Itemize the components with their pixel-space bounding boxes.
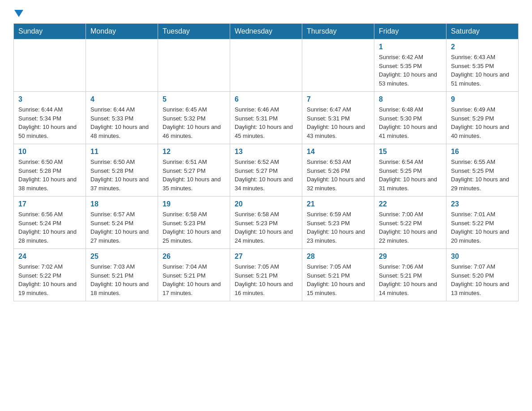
day-info: Sunrise: 6:50 AMSunset: 5:28 PMDaylight:…: [18, 158, 81, 193]
day-number: 1: [379, 43, 442, 51]
calendar-cell: 21Sunrise: 6:59 AMSunset: 5:23 PMDayligh…: [302, 197, 374, 249]
calendar-cell: 13Sunrise: 6:52 AMSunset: 5:27 PMDayligh…: [230, 144, 302, 197]
calendar-cell: 27Sunrise: 7:05 AMSunset: 5:21 PMDayligh…: [230, 249, 302, 301]
day-number: 19: [163, 200, 225, 208]
day-number: 22: [379, 200, 442, 208]
header-saturday: Saturday: [446, 24, 519, 39]
day-number: 26: [163, 253, 225, 261]
day-info: Sunrise: 6:56 AMSunset: 5:24 PMDaylight:…: [18, 210, 81, 245]
calendar-cell: 20Sunrise: 6:58 AMSunset: 5:23 PMDayligh…: [230, 197, 302, 249]
calendar-cell: 16Sunrise: 6:55 AMSunset: 5:25 PMDayligh…: [446, 144, 519, 197]
day-info: Sunrise: 6:50 AMSunset: 5:28 PMDaylight:…: [90, 158, 153, 193]
day-info: Sunrise: 7:03 AMSunset: 5:21 PMDaylight:…: [90, 262, 153, 297]
day-info: Sunrise: 7:04 AMSunset: 5:21 PMDaylight:…: [163, 262, 225, 297]
day-info: Sunrise: 7:07 AMSunset: 5:20 PMDaylight:…: [451, 262, 514, 297]
day-info: Sunrise: 6:58 AMSunset: 5:23 PMDaylight:…: [163, 210, 225, 245]
day-info: Sunrise: 6:59 AMSunset: 5:23 PMDaylight:…: [307, 210, 369, 245]
calendar-cell: 9Sunrise: 6:49 AMSunset: 5:29 PMDaylight…: [446, 92, 519, 144]
day-info: Sunrise: 6:54 AMSunset: 5:25 PMDaylight:…: [379, 158, 442, 193]
day-number: 20: [235, 200, 297, 208]
calendar-cell: 24Sunrise: 7:02 AMSunset: 5:22 PMDayligh…: [14, 249, 86, 301]
week-row-4: 24Sunrise: 7:02 AMSunset: 5:22 PMDayligh…: [14, 249, 519, 301]
day-info: Sunrise: 6:42 AMSunset: 5:35 PMDaylight:…: [379, 53, 442, 88]
day-info: Sunrise: 6:53 AMSunset: 5:26 PMDaylight:…: [307, 158, 369, 193]
day-number: 11: [90, 148, 153, 156]
calendar-cell: 25Sunrise: 7:03 AMSunset: 5:21 PMDayligh…: [86, 249, 158, 301]
calendar-cell: 7Sunrise: 6:47 AMSunset: 5:31 PMDaylight…: [302, 92, 374, 144]
calendar-cell: 1Sunrise: 6:42 AMSunset: 5:35 PMDaylight…: [374, 39, 446, 92]
calendar-cell: 10Sunrise: 6:50 AMSunset: 5:28 PMDayligh…: [14, 144, 86, 197]
day-number: 14: [307, 148, 369, 156]
calendar-cell: [302, 39, 374, 92]
day-info: Sunrise: 7:05 AMSunset: 5:21 PMDaylight:…: [307, 262, 369, 297]
day-number: 28: [307, 253, 369, 261]
day-info: Sunrise: 7:00 AMSunset: 5:22 PMDaylight:…: [379, 210, 442, 245]
calendar-cell: 18Sunrise: 6:57 AMSunset: 5:24 PMDayligh…: [86, 197, 158, 249]
calendar-cell: 19Sunrise: 6:58 AMSunset: 5:23 PMDayligh…: [158, 197, 230, 249]
day-info: Sunrise: 6:46 AMSunset: 5:31 PMDaylight:…: [235, 105, 297, 140]
calendar-table: Sunday Monday Tuesday Wednesday Thursday…: [13, 23, 519, 301]
weekday-header-row: Sunday Monday Tuesday Wednesday Thursday…: [14, 24, 519, 39]
week-row-0: 1Sunrise: 6:42 AMSunset: 5:35 PMDaylight…: [14, 39, 519, 92]
day-number: 3: [18, 95, 81, 103]
day-number: 12: [163, 148, 225, 156]
day-info: Sunrise: 6:57 AMSunset: 5:24 PMDaylight:…: [90, 210, 153, 245]
day-info: Sunrise: 6:44 AMSunset: 5:33 PMDaylight:…: [90, 105, 153, 140]
logo-arrow-icon: [14, 10, 23, 19]
calendar-cell: 28Sunrise: 7:05 AMSunset: 5:21 PMDayligh…: [302, 249, 374, 301]
day-info: Sunrise: 6:44 AMSunset: 5:34 PMDaylight:…: [18, 105, 81, 140]
header-thursday: Thursday: [302, 24, 374, 39]
day-info: Sunrise: 7:01 AMSunset: 5:22 PMDaylight:…: [451, 210, 514, 245]
calendar-cell: 5Sunrise: 6:45 AMSunset: 5:32 PMDaylight…: [158, 92, 230, 144]
calendar-cell: [158, 39, 230, 92]
day-number: 4: [90, 95, 153, 103]
calendar-cell: 12Sunrise: 6:51 AMSunset: 5:27 PMDayligh…: [158, 144, 230, 197]
day-info: Sunrise: 6:43 AMSunset: 5:35 PMDaylight:…: [451, 53, 514, 88]
day-number: 29: [379, 253, 442, 261]
day-number: 21: [307, 200, 369, 208]
day-info: Sunrise: 6:49 AMSunset: 5:29 PMDaylight:…: [451, 105, 514, 140]
day-number: 24: [18, 253, 81, 261]
day-info: Sunrise: 6:47 AMSunset: 5:31 PMDaylight:…: [307, 105, 369, 140]
day-number: 6: [235, 95, 297, 103]
calendar-cell: [86, 39, 158, 92]
day-number: 2: [451, 43, 514, 51]
day-info: Sunrise: 7:02 AMSunset: 5:22 PMDaylight:…: [18, 262, 81, 297]
calendar-cell: 14Sunrise: 6:53 AMSunset: 5:26 PMDayligh…: [302, 144, 374, 197]
calendar-cell: 2Sunrise: 6:43 AMSunset: 5:35 PMDaylight…: [446, 39, 519, 92]
calendar-cell: 17Sunrise: 6:56 AMSunset: 5:24 PMDayligh…: [14, 197, 86, 249]
day-number: 25: [90, 253, 153, 261]
calendar-cell: 8Sunrise: 6:48 AMSunset: 5:30 PMDaylight…: [374, 92, 446, 144]
calendar-cell: 11Sunrise: 6:50 AMSunset: 5:28 PMDayligh…: [86, 144, 158, 197]
calendar-cell: 26Sunrise: 7:04 AMSunset: 5:21 PMDayligh…: [158, 249, 230, 301]
day-number: 13: [235, 148, 297, 156]
header-sunday: Sunday: [14, 24, 86, 39]
day-number: 15: [379, 148, 442, 156]
logo: [13, 9, 23, 19]
day-number: 18: [90, 200, 153, 208]
week-row-1: 3Sunrise: 6:44 AMSunset: 5:34 PMDaylight…: [14, 92, 519, 144]
calendar-cell: 30Sunrise: 7:07 AMSunset: 5:20 PMDayligh…: [446, 249, 519, 301]
calendar-cell: 22Sunrise: 7:00 AMSunset: 5:22 PMDayligh…: [374, 197, 446, 249]
page-header: [13, 9, 519, 19]
day-info: Sunrise: 6:51 AMSunset: 5:27 PMDaylight:…: [163, 158, 225, 193]
day-info: Sunrise: 6:55 AMSunset: 5:25 PMDaylight:…: [451, 158, 514, 193]
header-wednesday: Wednesday: [230, 24, 302, 39]
day-number: 9: [451, 95, 514, 103]
calendar-cell: 29Sunrise: 7:06 AMSunset: 5:21 PMDayligh…: [374, 249, 446, 301]
svg-marker-0: [14, 10, 23, 17]
header-tuesday: Tuesday: [158, 24, 230, 39]
calendar-cell: [230, 39, 302, 92]
calendar-cell: 6Sunrise: 6:46 AMSunset: 5:31 PMDaylight…: [230, 92, 302, 144]
header-friday: Friday: [374, 24, 446, 39]
day-info: Sunrise: 6:45 AMSunset: 5:32 PMDaylight:…: [163, 105, 225, 140]
calendar-cell: 4Sunrise: 6:44 AMSunset: 5:33 PMDaylight…: [86, 92, 158, 144]
day-number: 23: [451, 200, 514, 208]
calendar-cell: 15Sunrise: 6:54 AMSunset: 5:25 PMDayligh…: [374, 144, 446, 197]
day-number: 5: [163, 95, 225, 103]
day-number: 17: [18, 200, 81, 208]
day-number: 10: [18, 148, 81, 156]
day-info: Sunrise: 6:52 AMSunset: 5:27 PMDaylight:…: [235, 158, 297, 193]
day-info: Sunrise: 6:48 AMSunset: 5:30 PMDaylight:…: [379, 105, 442, 140]
calendar-cell: [14, 39, 86, 92]
